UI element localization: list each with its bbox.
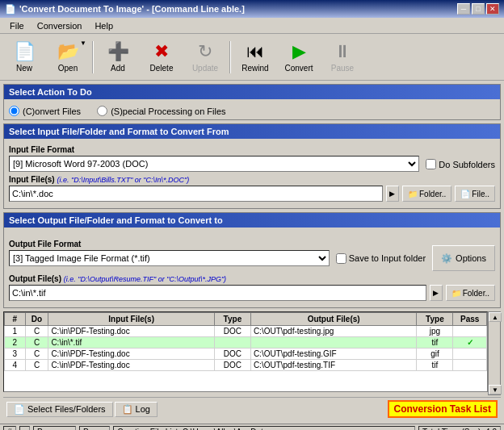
- update-icon: ↻: [198, 41, 212, 62]
- input-files-row: Input File(s) (i.e. "D:\Input\Bills.TXT"…: [9, 175, 495, 202]
- output-format-label: Output File Format: [9, 240, 330, 248]
- update-button[interactable]: ↻ Update: [184, 37, 226, 77]
- window-title: 'Convert Document To Image' - [Command L…: [19, 4, 245, 14]
- menu-help[interactable]: Help: [88, 19, 120, 32]
- output-files-hint: (i.e. "D:\Output\Resume.TIF" or "C:\Outp…: [64, 275, 226, 283]
- convert-button[interactable]: ▶ Convert: [278, 37, 320, 77]
- pause-button[interactable]: ⏸ Pause: [321, 37, 363, 77]
- status-pause[interactable]: Pause: [79, 426, 110, 431]
- title-bar: 📄 'Convert Document To Image' - [Command…: [0, 0, 504, 18]
- input-nav-btn[interactable]: ▶: [386, 186, 399, 202]
- convert-icon: ▶: [292, 41, 306, 62]
- add-icon: ➕: [107, 41, 129, 62]
- col-do-header: Do: [25, 313, 48, 326]
- output-format-section: Select Output File/Folder and Format to …: [3, 212, 501, 308]
- output-folder-btn[interactable]: 📁 Folder..: [446, 285, 495, 301]
- col-num-header: #: [5, 313, 26, 326]
- rewind-icon: ⏮: [246, 41, 264, 62]
- col-input-header: Input File(s): [48, 313, 215, 326]
- delete-icon: ✖: [154, 41, 169, 62]
- minimize-btn[interactable]: ─: [457, 3, 470, 15]
- table-row[interactable]: 4CC:\in\PDF-Testing.docDOCC:\OUT\pdf-tes…: [5, 360, 487, 371]
- log-tab[interactable]: 📋 Log: [115, 402, 158, 417]
- scroll-track: [489, 322, 500, 385]
- output-files-row: Output File(s) (i.e. "D:\Output\Resume.T…: [9, 274, 495, 301]
- table-container: # Do Input File(s) Type Output File(s) T…: [3, 311, 501, 395]
- action-section: Select Action To Do (C)onvert Files (S)p…: [3, 84, 501, 120]
- close-btn[interactable]: ✕: [486, 3, 499, 15]
- input-folder-btn[interactable]: 📁 Folder..: [402, 186, 452, 202]
- convert-files-radio[interactable]: (C)onvert Files: [9, 106, 81, 116]
- menu-file[interactable]: File: [3, 19, 31, 32]
- status-creating: Creating File List: C:\Users\Allen\AppDa…: [113, 426, 415, 431]
- select-files-tab[interactable]: 📄 Select Files/Folders: [6, 402, 113, 417]
- scroll-up-btn[interactable]: ▲: [489, 312, 502, 322]
- output-format-body: Output File Format [3] Tagged Image File…: [4, 231, 500, 307]
- action-header: Select Action To Do: [4, 85, 500, 99]
- input-format-select[interactable]: [9] Microsoft Word 97-2003 (DOC): [9, 156, 419, 172]
- input-format-row: Input File Format [9] Microsoft Word 97-…: [9, 145, 495, 172]
- log-icon: 📋: [122, 404, 133, 415]
- special-processing-radio[interactable]: (S)pecial Processing on Files: [97, 106, 225, 116]
- new-button[interactable]: 📄 New: [3, 37, 45, 77]
- menu-conversion[interactable]: Conversion: [31, 19, 89, 32]
- col-type2-header: Type: [417, 313, 453, 326]
- input-format-section: Select Input File/Folder and Format to C…: [3, 123, 501, 209]
- subfolders-checkbox[interactable]: Do Subfolders: [426, 159, 495, 169]
- col-output-header: Output File(s): [250, 313, 417, 326]
- toolbar: 📄 New 📂 Open ▼ ➕ Add ✖ Delete ↻ Update ⏮…: [0, 34, 504, 81]
- file-table-wrapper[interactable]: # Do Input File(s) Type Output File(s) T…: [3, 311, 488, 392]
- folder-icon-output: 📁: [452, 289, 461, 298]
- save-to-input-label: Save to Input folder: [349, 253, 426, 263]
- select-files-icon: 📄: [14, 404, 25, 415]
- table-row[interactable]: 3CC:\in\PDF-Testing.docDOCC:\OUT\pdf-tes…: [5, 349, 487, 360]
- output-files-input[interactable]: [9, 285, 426, 301]
- output-nav-btn[interactable]: ▶: [430, 285, 443, 301]
- input-files-label: Input File(s) (i.e. "D:\Input\Bills.TXT"…: [9, 175, 495, 184]
- input-format-label: Input File Format: [9, 145, 419, 154]
- new-icon: 📄: [14, 41, 36, 62]
- maximize-btn[interactable]: □: [472, 3, 485, 15]
- add-button[interactable]: ➕ Add: [97, 37, 139, 77]
- status-bar: # • Progress: Pause Creating File List: …: [0, 424, 504, 430]
- table-scrollbar[interactable]: ▲ ▼: [488, 311, 501, 395]
- output-format-row: Output File Format [3] Tagged Image File…: [9, 234, 495, 271]
- options-button[interactable]: ⚙️ Options: [432, 245, 495, 271]
- file-icon: 📄: [460, 190, 470, 198]
- action-radio-group: (C)onvert Files (S)pecial Processing on …: [4, 102, 500, 119]
- status-progress: Progress:: [33, 426, 76, 431]
- options-icon: ⚙️: [441, 253, 452, 264]
- status-total-time: Total Time (Sec): 4.2: [418, 426, 501, 431]
- menu-bar: File Conversion Help: [0, 18, 504, 34]
- table-row[interactable]: 1CC:\in\PDF-Testing.docDOCC:\OUT\pdf-tes…: [5, 326, 487, 337]
- input-files-input[interactable]: [9, 186, 383, 202]
- bottom-bar: 📄 Select Files/Folders 📋 Log Conversion …: [3, 397, 501, 420]
- output-files-label: Output File(s) (i.e. "D:\Output\Resume.T…: [9, 274, 495, 283]
- delete-button[interactable]: ✖ Delete: [141, 37, 183, 77]
- convert-files-label: (C)onvert Files: [23, 106, 81, 116]
- title-icon: 📄: [5, 4, 16, 15]
- output-format-select[interactable]: [3] Tagged Image File Format (*.tif): [9, 250, 330, 266]
- col-pass-header: Pass: [453, 313, 487, 326]
- status-dot: •: [19, 426, 31, 431]
- open-icon: 📂: [57, 41, 79, 62]
- input-format-header: Select Input File/Folder and Format to C…: [4, 124, 500, 139]
- output-format-header: Select Output File/Folder and Format to …: [4, 213, 500, 228]
- subfolders-label: Do Subfolders: [439, 160, 495, 169]
- special-processing-label: (S)pecial Processing on Files: [111, 106, 225, 116]
- table-row[interactable]: 2CC:\in\*.tiftif✓: [5, 337, 487, 349]
- scroll-down-btn[interactable]: ▼: [489, 385, 502, 395]
- status-hash: #: [3, 426, 16, 431]
- bottom-tabs: 📄 Select Files/Folders 📋 Log: [6, 402, 384, 417]
- input-file-btn[interactable]: 📄 File..: [455, 186, 495, 202]
- save-to-input-checkbox[interactable]: Save to Input folder: [336, 253, 426, 264]
- pause-icon: ⏸: [334, 41, 351, 62]
- folder-icon: 📁: [408, 190, 418, 198]
- open-button[interactable]: 📂 Open ▼: [47, 37, 89, 77]
- input-files-hint: (i.e. "D:\Input\Bills.TXT" or "C:\In\*.D…: [57, 176, 189, 184]
- window-controls[interactable]: ─ □ ✕: [457, 3, 499, 15]
- input-format-body: Input File Format [9] Microsoft Word 97-…: [4, 142, 500, 208]
- rewind-button[interactable]: ⏮ Rewind: [234, 37, 276, 77]
- main-content: Select Action To Do (C)onvert Files (S)p…: [0, 81, 504, 424]
- file-table: # Do Input File(s) Type Output File(s) T…: [4, 312, 487, 371]
